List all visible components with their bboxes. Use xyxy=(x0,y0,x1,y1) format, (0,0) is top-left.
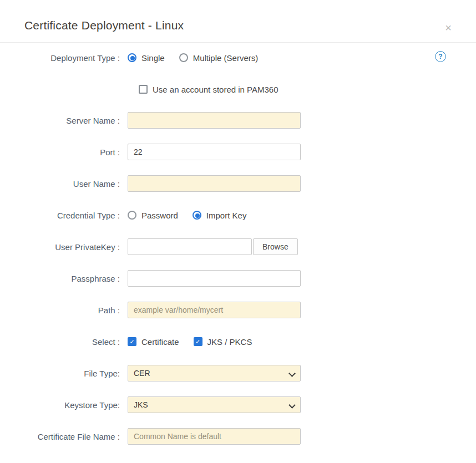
row-certificate-file-name: Certificate File Name : xyxy=(0,428,476,445)
radio-multiple-label: Multiple (Servers) xyxy=(193,53,259,63)
pam-account-checkbox-icon[interactable] xyxy=(139,85,148,94)
keystore-type-select[interactable]: JKS xyxy=(128,396,301,413)
jks-pkcs-checkbox-label: JKS / PKCS xyxy=(207,337,252,347)
radio-password-icon[interactable] xyxy=(128,211,136,220)
port-label: Port : xyxy=(0,147,128,157)
certificate-checkbox[interactable]: Certificate xyxy=(128,337,179,347)
pam-account-label: Use an account stored in PAM360 xyxy=(153,85,278,94)
help-icon[interactable]: ? xyxy=(435,51,446,62)
radio-import-key-label: Import Key xyxy=(206,211,247,220)
path-input[interactable] xyxy=(128,302,301,318)
close-icon[interactable]: × xyxy=(445,22,452,33)
radio-password-label: Password xyxy=(141,211,178,220)
user-private-key-label: User PrivateKey : xyxy=(0,242,128,252)
radio-password[interactable]: Password xyxy=(128,211,178,220)
row-file-type: File Type: CER xyxy=(0,365,476,381)
certificate-checkbox-icon[interactable] xyxy=(128,337,136,346)
dialog-title: Certificate Deployment - Linux xyxy=(24,19,452,32)
passphrase-label: Passphrase : xyxy=(0,274,128,283)
radio-import-key[interactable]: Import Key xyxy=(193,211,247,220)
row-path: Path : xyxy=(0,302,476,318)
select-label: Select : xyxy=(0,337,128,347)
user-private-key-input[interactable] xyxy=(128,238,252,255)
passphrase-input[interactable] xyxy=(128,270,301,287)
row-credential-type: Credential Type : Password Import Key xyxy=(0,207,476,223)
row-passphrase: Passphrase : xyxy=(0,270,476,287)
radio-single-icon[interactable] xyxy=(128,53,136,62)
jks-pkcs-checkbox[interactable]: JKS / PKCS xyxy=(194,337,252,347)
radio-multiple-servers[interactable]: Multiple (Servers) xyxy=(179,53,259,63)
radio-single-label: Single xyxy=(141,53,165,63)
row-deployment-type: Deployment Type : Single Multiple (Serve… xyxy=(0,49,476,66)
row-select: Select : Certificate JKS / PKCS xyxy=(0,333,476,350)
user-name-label: User Name : xyxy=(0,179,128,189)
row-port: Port : xyxy=(0,144,476,160)
radio-single[interactable]: Single xyxy=(128,53,165,63)
row-pam-account: Use an account stored in PAM360 xyxy=(0,81,476,98)
dialog-header: Certificate Deployment - Linux × xyxy=(0,0,476,43)
row-user-name: User Name : xyxy=(0,175,476,192)
deployment-type-label: Deployment Type : xyxy=(0,53,128,63)
keystore-type-label: Keystore Type: xyxy=(0,400,128,410)
certificate-checkbox-label: Certificate xyxy=(141,337,179,347)
pam-account-checkbox[interactable]: Use an account stored in PAM360 xyxy=(139,85,278,94)
jks-pkcs-checkbox-icon[interactable] xyxy=(194,337,202,346)
credential-type-label: Credential Type : xyxy=(0,211,128,220)
server-name-input[interactable] xyxy=(128,112,301,129)
port-input[interactable] xyxy=(128,144,301,160)
certificate-file-name-label: Certificate File Name : xyxy=(0,432,128,441)
certificate-file-name-input[interactable] xyxy=(128,428,301,445)
radio-import-key-icon[interactable] xyxy=(193,211,201,220)
row-user-private-key: User PrivateKey : Browse xyxy=(0,238,476,255)
server-name-label: Server Name : xyxy=(0,116,128,125)
row-keystore-type: Keystore Type: JKS xyxy=(0,396,476,413)
user-name-input[interactable] xyxy=(128,175,301,192)
file-type-select[interactable]: CER xyxy=(128,365,301,381)
file-type-label: File Type: xyxy=(0,369,128,378)
row-server-name: Server Name : xyxy=(0,112,476,129)
path-label: Path : xyxy=(0,306,128,315)
radio-multiple-icon[interactable] xyxy=(179,53,188,62)
certificate-deployment-dialog: Certificate Deployment - Linux × Deploym… xyxy=(0,0,476,463)
browse-button[interactable]: Browse xyxy=(253,238,298,255)
deployment-form: Deployment Type : Single Multiple (Serve… xyxy=(0,43,476,445)
